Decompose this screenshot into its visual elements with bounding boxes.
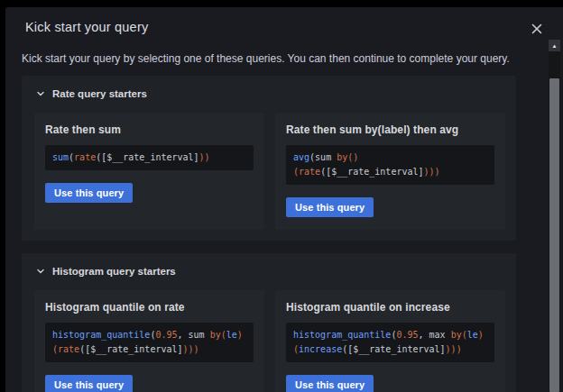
code-token: 0.95 [396,330,418,340]
code-token: sum [52,152,69,162]
code-line: histogram_quantile(0.95, max by(le) [293,328,487,342]
query-card: Histogram quantile on rate histogram_qua… [34,290,264,392]
scrollbar-thumb[interactable] [549,78,559,392]
code-token: le [226,330,237,340]
use-this-query-button[interactable]: Use this query [45,375,133,392]
use-this-query-button[interactable]: Use this query [286,197,374,217]
query-card: Rate then sum sum(rate([$__rate_interval… [34,113,264,230]
code-block: histogram_quantile(0.95, max by(le)(incr… [286,323,494,362]
code-token: histogram_quantile [52,330,150,340]
card-title: Histogram quantile on rate [45,301,254,314]
code-token: ))) [424,167,440,177]
use-this-query-button[interactable]: Use this query [286,375,374,392]
code-token: ))) [183,344,199,354]
section-header[interactable]: Histogram query starters [34,264,505,278]
code-token: sum [315,152,337,162]
code-token: , sum [178,330,210,340]
section-label: Histogram query starters [52,266,176,277]
close-icon [531,24,543,38]
code-token: ([$__rate_interval] [342,344,445,354]
section-header[interactable]: Rate query starters [34,87,505,101]
code-line: avg(sum by() [293,150,487,165]
sections-container: Rate query starters Rate then sum sum(ra… [22,76,516,392]
chevron-down-icon [36,89,45,98]
cards-row: Histogram quantile on rate histogram_qua… [34,290,505,392]
code-token: , max [419,330,451,340]
close-button[interactable] [529,21,545,37]
code-block: avg(sum by()(rate([$__rate_interval]))) [286,145,494,185]
card-title: Rate then sum [45,123,254,136]
code-token: ) [478,330,484,340]
code-token: )) [199,152,210,162]
code-token: ([$__rate_interval] [96,152,198,162]
code-token: 0.95 [155,330,177,340]
modal-header: Kick start your query [5,20,563,37]
code-token: ([$__rate_interval] [320,167,423,177]
code-token: rate [74,152,96,162]
chevron-down-icon [36,267,45,276]
kickstart-query-modal: Kick start your query Kick start your qu… [5,7,563,392]
code-line: histogram_quantile(0.95, sum by(le) [52,328,246,342]
section-label: Rate query starters [52,88,147,99]
use-this-query-button[interactable]: Use this query [45,183,133,203]
scroll-up-arrow-icon: ▲ [552,43,558,49]
code-token: avg [293,152,309,162]
code-token: histogram_quantile [293,330,391,340]
modal-title: Kick start your query [25,20,148,34]
code-token: rate [58,344,79,354]
code-token: le [467,330,478,340]
code-token: ) [237,330,243,340]
code-line: sum(rate([$__rate_interval])) [52,150,246,165]
code-line: (increase([$__rate_interval]))) [293,342,487,357]
code-token: by [451,330,462,340]
code-block: histogram_quantile(0.95, sum by(le)(rate… [45,323,254,362]
code-line: (rate([$__rate_interval]))) [293,165,487,179]
scroll-up-button[interactable]: ▲ [549,40,560,51]
code-token: by [210,330,221,340]
code-token: rate [299,167,320,177]
code-token: by [337,152,347,162]
code-block: sum(rate([$__rate_interval])) [45,145,254,170]
query-starter-section: Histogram query starters Histogram quant… [22,253,516,392]
modal-description: Kick start your query by selecting one o… [22,50,512,68]
query-starter-section: Rate query starters Rate then sum sum(ra… [22,76,516,241]
code-token: ([$__rate_interval] [79,344,182,354]
query-card: Rate then sum by(label) then avg avg(sum… [275,113,505,230]
code-token: increase [299,344,342,354]
code-token: ))) [446,344,462,354]
card-title: Rate then sum by(label) then avg [286,123,494,136]
scrollbar[interactable]: ▲ [549,40,560,392]
card-title: Histogram quantile on increase [286,301,494,314]
code-token: () [347,152,358,162]
cards-row: Rate then sum sum(rate([$__rate_interval… [34,113,505,230]
code-line: (rate([$__rate_interval]))) [52,342,246,357]
query-card: Histogram quantile on increase histogram… [275,290,505,392]
